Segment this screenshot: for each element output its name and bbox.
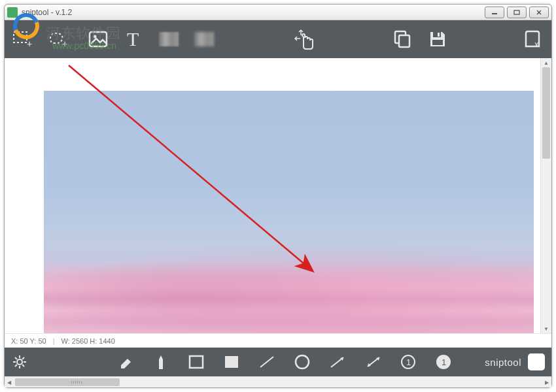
svg-line-21 [22,365,24,367]
delete-icon[interactable]: x [523,28,545,50]
svg-line-23 [22,357,24,359]
horizontal-scrollbar[interactable]: ◀ ▶ [5,376,551,387]
minimize-button[interactable] [485,7,504,18]
svg-point-15 [17,359,22,365]
cursor-position-label: X: 50 Y: 50 [11,337,46,345]
svg-line-22 [15,365,17,367]
toolbar-top: + + T [5,20,551,58]
pixelate-tool-1-icon[interactable] [158,28,180,50]
svg-rect-0 [492,13,497,14]
copy-icon[interactable] [391,28,413,50]
canvas-image [44,91,534,333]
titlebar[interactable]: sniptool - v.1.2 [5,5,551,20]
svg-rect-12 [432,40,443,45]
brand-label: sniptool [485,357,521,368]
scroll-thumb[interactable] [542,67,550,159]
scroll-thumb-h[interactable] [15,378,120,386]
svg-rect-26 [225,356,238,368]
text-tool-icon[interactable]: T [122,28,145,50]
pointer-icon[interactable] [289,28,318,50]
line-icon[interactable] [258,353,275,370]
scroll-down-icon[interactable]: ▼ [541,324,551,333]
svg-rect-11 [438,33,440,37]
eraser-icon[interactable] [117,353,134,370]
pen-icon[interactable] [152,353,169,370]
svg-point-28 [296,355,309,368]
number-stamp-fill-icon[interactable]: 1 [435,353,452,370]
rect-outline-icon[interactable] [188,353,205,370]
statusbar: X: 50 Y: 50 | W: 2560 H: 1440 [5,333,551,348]
svg-text:1: 1 [406,357,411,367]
svg-rect-24 [159,367,163,369]
scroll-right-icon[interactable]: ▶ [542,377,551,387]
freeform-select-tool[interactable]: + [46,28,69,50]
circle-icon[interactable] [294,353,311,370]
svg-text:+: + [62,39,67,48]
arrow-icon[interactable] [329,353,346,370]
scroll-left-icon[interactable]: ◀ [5,377,14,387]
svg-rect-10 [433,32,441,37]
svg-rect-2 [14,32,27,42]
canvas-viewport[interactable] [5,58,540,333]
svg-line-20 [15,357,17,359]
svg-rect-5 [90,32,107,46]
svg-rect-25 [190,356,203,368]
scroll-up-icon[interactable]: ▲ [541,58,551,67]
pixelate-tool-2-icon[interactable] [193,28,215,50]
svg-text:+: + [27,39,32,48]
window-title: sniptool - v.1.2 [22,8,482,17]
number-stamp-outline-icon[interactable]: 1 [400,353,417,370]
app-window: sniptool - v.1.2 + + T [4,4,552,388]
svg-text:1: 1 [442,357,446,367]
app-icon [7,7,18,18]
svg-text:T: T [127,30,139,48]
close-button[interactable] [529,7,549,18]
svg-rect-1 [514,10,519,14]
settings-icon[interactable] [11,353,28,370]
vertical-scrollbar[interactable]: ▲ ▼ [540,58,551,333]
rect-select-tool[interactable]: + [11,28,33,50]
maximize-button[interactable] [507,7,527,18]
color-swatch[interactable] [528,353,545,370]
image-icon[interactable] [87,28,109,50]
svg-line-27 [260,357,273,367]
content-area: ▲ ▼ [5,58,551,333]
save-icon[interactable] [426,28,449,50]
canvas-size-label: W: 2560 H: 1440 [61,337,114,345]
double-arrow-icon[interactable] [364,353,381,370]
toolbar-bottom: 1 1 sniptool [5,348,551,376]
svg-rect-9 [399,35,409,47]
rect-fill-icon[interactable] [223,353,240,370]
svg-text:x: x [534,39,539,49]
